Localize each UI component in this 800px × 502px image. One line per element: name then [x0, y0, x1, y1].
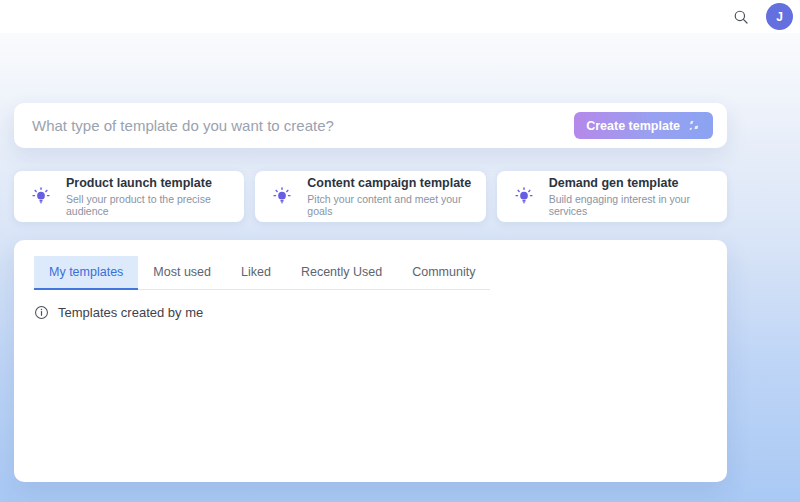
suggestion-card-title: Demand gen template: [549, 176, 719, 190]
topbar: J: [0, 0, 800, 33]
suggestion-card-title: Content campaign template: [307, 176, 477, 190]
suggestion-card-title: Product launch template: [66, 176, 236, 190]
suggestion-cards-row: Product launch template Sell your produc…: [14, 171, 727, 222]
suggestion-card-subtitle: Pitch your content and meet your goals: [307, 193, 477, 217]
search-button[interactable]: [728, 4, 754, 30]
empty-state-row: Templates created by me: [34, 305, 707, 320]
tab-recently-used[interactable]: Recently Used: [286, 256, 397, 289]
suggestion-card-text: Demand gen template Build engaging inter…: [549, 176, 719, 217]
tab-my-templates[interactable]: My templates: [34, 256, 138, 290]
create-template-label: Create template: [586, 119, 680, 133]
suggestion-card-product-launch[interactable]: Product launch template Sell your produc…: [14, 171, 244, 222]
search-icon: [732, 8, 750, 26]
templates-panel: My templates Most used Liked Recently Us…: [14, 240, 727, 482]
info-icon: [34, 305, 49, 320]
suggestion-card-subtitle: Build engaging interest in your services: [549, 193, 719, 217]
tab-community[interactable]: Community: [397, 256, 490, 289]
idea-bulb-icon: [513, 186, 535, 208]
page-background: Create template: [0, 33, 800, 502]
empty-state-message: Templates created by me: [58, 305, 203, 320]
templates-tab-bar: My templates Most used Liked Recently Us…: [34, 256, 490, 290]
create-template-button[interactable]: Create template: [574, 112, 713, 139]
avatar[interactable]: J: [766, 3, 793, 30]
sparkles-icon: [687, 119, 701, 133]
tab-most-used[interactable]: Most used: [138, 256, 226, 289]
idea-bulb-icon: [271, 186, 293, 208]
template-prompt-bar: Create template: [14, 103, 727, 148]
idea-bulb-icon: [30, 186, 52, 208]
suggestion-card-text: Product launch template Sell your produc…: [66, 176, 236, 217]
tab-liked[interactable]: Liked: [226, 256, 286, 289]
template-prompt-input[interactable]: [32, 117, 574, 134]
suggestion-card-demand-gen[interactable]: Demand gen template Build engaging inter…: [497, 171, 727, 222]
suggestion-card-content-campaign[interactable]: Content campaign template Pitch your con…: [255, 171, 485, 222]
suggestion-card-text: Content campaign template Pitch your con…: [307, 176, 477, 217]
suggestion-card-subtitle: Sell your product to the precise audienc…: [66, 193, 236, 217]
